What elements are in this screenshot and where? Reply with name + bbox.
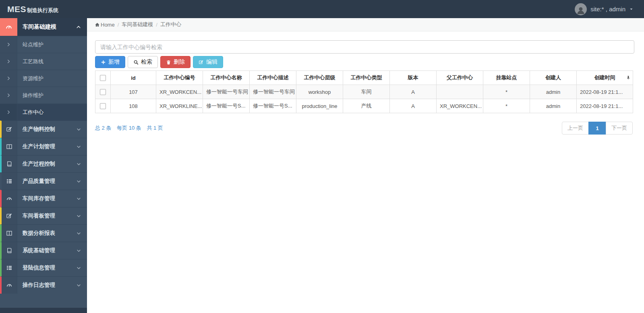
- chevron-down-icon: [77, 162, 81, 166]
- chevron-right-icon: [0, 53, 17, 70]
- column-header-id: id: [111, 71, 156, 85]
- columns-icon: [2, 138, 17, 155]
- cell-created-time: 2022-08-19 21:1...: [577, 85, 633, 99]
- edit-square-icon: [2, 121, 17, 138]
- sidebar-item-inventory-management[interactable]: 车间库存管理: [0, 190, 87, 207]
- sidebar-item-label: 生产计划管理: [17, 143, 55, 150]
- sidebar-item-label: 系统基础管理: [17, 247, 55, 254]
- cell-description: 修一智能一号车间: [250, 85, 296, 99]
- select-all-checkbox[interactable]: [100, 75, 106, 81]
- pagination-total: 总 2 条: [95, 125, 111, 131]
- cell-station: *: [483, 85, 530, 99]
- gauge-icon: [2, 190, 17, 207]
- chevron-down-icon: [77, 231, 81, 236]
- sidebar: 车间基础建模 站点维护 工艺路线 资源维护 操作维护 工作中心: [0, 18, 87, 313]
- sidebar-group-label: 车间基础建模: [17, 23, 56, 31]
- search-button[interactable]: 检索: [128, 56, 158, 68]
- chevron-down-icon: [77, 179, 81, 184]
- list-icon: [2, 173, 17, 190]
- cell-parent: [437, 85, 483, 99]
- breadcrumb-home-label: Home: [101, 22, 115, 28]
- sidebar-group-workshop-modeling[interactable]: 车间基础建模: [0, 18, 87, 36]
- breadcrumb: Home / 车间基础建模 / 工作中心: [87, 18, 644, 31]
- sidebar-item-resource-maintenance[interactable]: 资源维护: [0, 70, 87, 87]
- chevron-right-icon: [0, 70, 17, 87]
- pagination-page-count: 共 1 页: [147, 125, 163, 131]
- top-navbar: MES 制造执行系统 site:* , admin: [0, 0, 644, 18]
- pagination-summary: 总 2 条 每页 10 条 共 1 页: [95, 124, 167, 132]
- add-button-label: 新增: [108, 58, 120, 66]
- cell-id: 107: [111, 85, 156, 99]
- column-header-level: 工作中心层级: [296, 71, 343, 85]
- sidebar-filler: [0, 294, 87, 308]
- cell-parent: XR_WORKCEN...: [437, 99, 483, 113]
- edit-icon: [199, 60, 204, 65]
- sidebar-item-station-maintenance[interactable]: 站点维护: [0, 36, 87, 53]
- chevron-down-icon: [77, 266, 81, 270]
- prev-page-button[interactable]: 上一页: [562, 122, 589, 135]
- cell-type: 车间: [343, 85, 390, 99]
- chevron-right-icon: [0, 87, 17, 104]
- cell-creator: admin: [530, 99, 577, 113]
- column-header-description: 工作中心描述: [250, 71, 296, 85]
- brand-suffix: 制造执行系统: [27, 7, 58, 14]
- chevron-up-icon: [76, 25, 81, 29]
- user-avatar-icon: [576, 6, 586, 15]
- edit-button[interactable]: 编辑: [193, 56, 223, 68]
- breadcrumb-separator: /: [118, 22, 119, 28]
- toolbar: 新增 检索 删除 编辑: [95, 56, 634, 68]
- cell-code: XR_WORKCEN...: [156, 85, 203, 99]
- column-header-parent: 父工作中心: [437, 71, 483, 85]
- gauge-icon: [0, 18, 17, 36]
- pin-icon[interactable]: [626, 75, 631, 80]
- page-1-button[interactable]: 1: [588, 122, 606, 135]
- gauge-icon: [2, 277, 17, 294]
- chevron-down-icon: [77, 145, 81, 149]
- add-button[interactable]: 新增: [95, 56, 125, 68]
- sidebar-item-process-route[interactable]: 工艺路线: [0, 53, 87, 70]
- column-header-code: 工作中心编号: [156, 71, 203, 85]
- cell-level: workshop: [296, 85, 343, 99]
- cell-version: A: [390, 99, 437, 113]
- sidebar-item-data-analysis[interactable]: 数据分析报表: [0, 224, 87, 242]
- sidebar-item-label: 工艺路线: [17, 58, 43, 65]
- columns-icon: [2, 225, 17, 242]
- breadcrumb-home[interactable]: Home: [95, 22, 115, 28]
- sidebar-item-work-center[interactable]: 工作中心: [0, 104, 87, 120]
- sidebar-item-system-management[interactable]: 系统基础管理: [0, 242, 87, 259]
- row-checkbox[interactable]: [100, 103, 106, 109]
- table-header-row: id 工作中心编号 工作中心名称 工作中心描述 工作中心层级 工作中心类型 版本…: [95, 71, 633, 85]
- chevron-down-icon: [77, 127, 81, 132]
- sidebar-item-quality-management[interactable]: 产品质量管理: [0, 172, 87, 190]
- chevron-down-icon: [77, 214, 81, 218]
- pagination-page-size: 每页 10 条: [117, 125, 141, 131]
- row-select-cell: [95, 85, 111, 99]
- sidebar-item-process-control[interactable]: 生产过程控制: [0, 155, 87, 172]
- table-row: 107 XR_WORKCEN... 修一智能一号车间 修一智能一号车间 work…: [95, 85, 633, 99]
- breadcrumb-item: 车间基础建模: [122, 21, 153, 28]
- user-menu[interactable]: site:* , admin: [575, 3, 644, 15]
- sidebar-item-login-info-management[interactable]: 登陆信息管理: [0, 259, 87, 276]
- sidebar-item-label: 登陆信息管理: [17, 264, 55, 272]
- plus-icon: [101, 60, 106, 65]
- table-row: 108 XR_WORKLINE... 修一智能一号S... 修一智能一号S...…: [95, 99, 633, 113]
- cell-type: 产线: [343, 99, 390, 113]
- app-logo: MES 制造执行系统: [0, 4, 58, 14]
- sidebar-item-label: 资源维护: [17, 75, 43, 82]
- sidebar-item-kanban-management[interactable]: 车间看板管理: [0, 207, 87, 224]
- content-panel: 新增 检索 删除 编辑: [87, 31, 644, 135]
- row-checkbox[interactable]: [100, 89, 106, 95]
- search-input[interactable]: [95, 40, 634, 54]
- sidebar-item-operation-maintenance[interactable]: 操作维护: [0, 87, 87, 104]
- search-button-label: 检索: [141, 58, 152, 66]
- delete-button[interactable]: 删除: [160, 56, 191, 68]
- sidebar-item-material-control[interactable]: 生产物料控制: [0, 120, 87, 138]
- search-icon: [133, 60, 139, 65]
- book-icon: [2, 155, 17, 172]
- next-page-button[interactable]: 下一页: [606, 122, 633, 135]
- sidebar-item-operation-log-management[interactable]: 操作日志管理: [0, 276, 87, 294]
- delete-button-label: 删除: [174, 58, 185, 66]
- home-icon: [95, 22, 100, 27]
- edit-square-icon: [2, 207, 17, 224]
- sidebar-item-plan-management[interactable]: 生产计划管理: [0, 138, 87, 155]
